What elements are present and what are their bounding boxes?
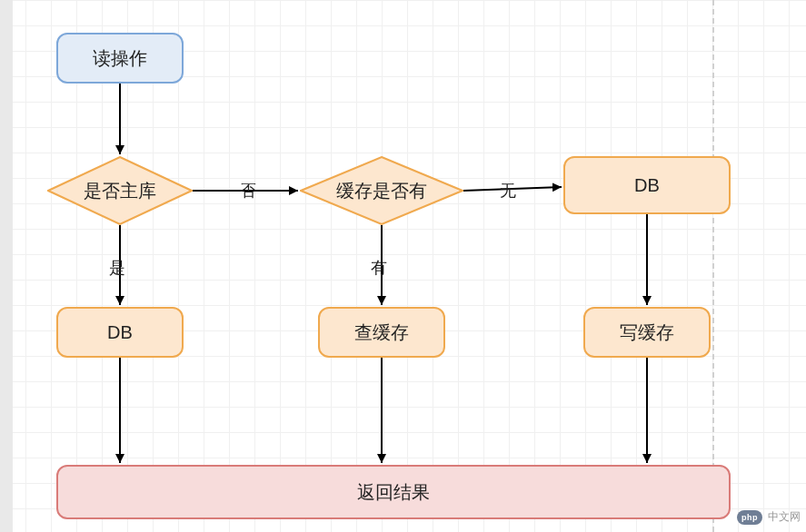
node-db-right-label: DB xyxy=(634,175,660,196)
node-write-cache: 写缓存 xyxy=(583,307,711,358)
node-result-label: 返回结果 xyxy=(357,480,430,505)
node-read-cache-label: 查缓存 xyxy=(354,320,409,345)
watermark: php 中文网 xyxy=(737,509,801,525)
php-logo-icon: php xyxy=(737,510,762,525)
flowchart-canvas: 读操作 是否主库 缓存是否有 DB DB 查缓存 写缓存 返回结果 xyxy=(0,0,806,532)
node-db-left: DB xyxy=(56,307,184,358)
node-db-right: DB xyxy=(563,156,731,214)
edge-label-has: 有 xyxy=(369,257,389,279)
node-has-cache-label: 缓存是否有 xyxy=(300,156,463,225)
node-result: 返回结果 xyxy=(56,465,731,519)
node-write-cache-label: 写缓存 xyxy=(620,320,674,345)
node-is-master: 是否主库 xyxy=(47,156,193,225)
node-is-master-label: 是否主库 xyxy=(47,156,193,225)
edge-label-none: 无 xyxy=(498,180,518,202)
node-start: 读操作 xyxy=(56,33,184,84)
watermark-text: 中文网 xyxy=(768,509,801,525)
node-has-cache: 缓存是否有 xyxy=(300,156,463,225)
edge-label-yes: 是 xyxy=(107,257,127,279)
edge-label-no: 否 xyxy=(238,180,258,202)
node-db-left-label: DB xyxy=(107,322,133,343)
node-start-label: 读操作 xyxy=(93,46,147,71)
node-read-cache: 查缓存 xyxy=(318,307,445,358)
